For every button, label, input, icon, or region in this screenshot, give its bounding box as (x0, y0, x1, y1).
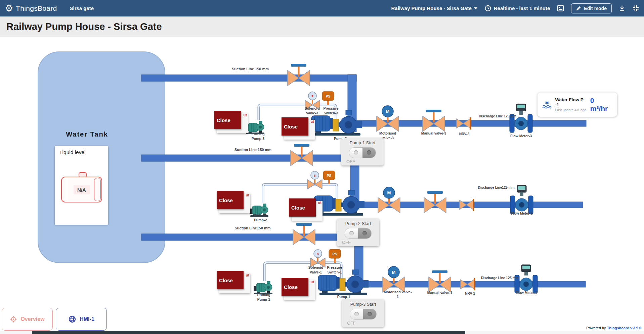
solenoid-icon: S (317, 252, 319, 256)
close-widget: ut Close (282, 117, 314, 139)
powered-brand[interactable]: Thingsboard v.3.9.0 (607, 326, 642, 330)
pump-1-start-switch[interactable] (349, 147, 376, 158)
label-solenoid-valve-1: Solenoid Valve-1 (305, 265, 327, 274)
label-discharge-line-1: Discharge Line 125 mm (477, 276, 522, 280)
page-title: Railway Pump House - Sirsa Gate (6, 21, 162, 32)
edit-mode-button[interactable]: Edit mode (571, 3, 612, 13)
motorised-valve-1: M (383, 266, 405, 292)
motorised-valve-3: M (377, 106, 399, 132)
globe-icon (68, 315, 76, 323)
brand-title: ThingsBoard (16, 4, 57, 12)
tab-overview-label: Overview (20, 316, 44, 322)
label-discharge-line-3: Discharge Line 125 mm (476, 114, 519, 118)
liquid-tank-drawing: N/A (61, 172, 102, 207)
dashboard-group-title: Sirsa gate (70, 5, 94, 11)
label-flow-meter-2: Flow Meter-2 (511, 211, 533, 216)
ps-icon: PS (332, 252, 337, 256)
timewindow-button[interactable]: Realtime - last 1 minute (484, 5, 550, 12)
water-flow-last-update: Last update 4M ago (555, 108, 587, 112)
pressure-switch-3: PS (322, 91, 334, 105)
manual-valve-2 (424, 191, 446, 213)
switch-off-side (345, 228, 358, 238)
toggle-state: OFF (346, 159, 381, 164)
water-flow-title: Water Flow P -1 (555, 97, 587, 107)
label-motorised-valve-1: Motorised valve-1 (383, 290, 413, 299)
close-button[interactable]: Close (289, 198, 316, 217)
timewindow-label: Realtime - last 1 minute (494, 5, 550, 11)
fullscreen-exit-button[interactable] (632, 5, 639, 12)
pump-3-start-switch[interactable] (350, 309, 377, 320)
label-pressure-switch-3: Pressure Switch-3 (321, 106, 341, 115)
label-solenoid-valve-3: Solenoid Valve-3 (301, 106, 323, 115)
nrv-2 (460, 199, 474, 211)
solenoid-valve-2: S (307, 171, 322, 189)
toggle-state: OFF (347, 321, 382, 326)
top-navbar: ⚙ ThingsBoard Sirsa gate Railway Pump Ho… (0, 0, 644, 16)
close-button[interactable]: Close (282, 278, 308, 296)
water-flow-icon (542, 100, 552, 109)
close-button[interactable]: Close (282, 117, 308, 136)
close-widget: ut Close (214, 111, 247, 133)
edit-mode-label: Edit mode (584, 6, 607, 11)
switch-on-side (363, 309, 376, 319)
motorised-valve-2: M (378, 187, 400, 213)
close-button[interactable]: Close (217, 191, 244, 209)
switch-on-side (362, 148, 376, 158)
close-button[interactable]: Close (214, 111, 241, 129)
label-priming-pump-1: Priming Pump-1 (253, 293, 275, 302)
horizontal-scrollbar-thumb[interactable] (32, 331, 465, 334)
tab-overview[interactable]: Overview (2, 308, 53, 331)
nrv-1 (461, 278, 475, 290)
fullscreen-exit-icon (632, 5, 639, 12)
nrv-3 (457, 117, 471, 129)
switch-on-side (358, 228, 371, 238)
label-manual-valve-3: Manual valve-3 (421, 131, 446, 136)
overflow-text: ut (246, 273, 249, 277)
motor-icon: M (386, 109, 390, 114)
manual-valve-1 (429, 270, 451, 292)
solenoid-valve-1: S (310, 250, 325, 267)
water-flow-value: 0 m³/hr (590, 97, 612, 113)
suction-valve-3 (288, 64, 310, 86)
label-flow-meter-1: Flow Meter-1 (515, 291, 538, 295)
manual-valve-3 (423, 110, 445, 132)
overflow-text: ut (246, 193, 249, 197)
overflow-text: ut (318, 200, 321, 205)
pump-3-start-widget: Pump-3 Start OFF (342, 299, 384, 327)
label-suction-line-2: Suction Line 150 mm (223, 147, 283, 152)
label-priming-pump-3: Priming Pump-3 (248, 132, 268, 141)
switch-off-side (350, 309, 363, 319)
pump-2-start-switch[interactable] (345, 228, 372, 239)
powered-prefix: Powered by (586, 326, 607, 330)
pump-2-start-widget: Pump-2 Start OFF (337, 219, 379, 246)
label-flow-meter-3: Flow Meter-3 (510, 134, 532, 139)
powered-by: Powered by Thingsboard v.3.9.0 (586, 326, 641, 330)
dashboard-selector-label: Railway Pump House - Sirsa Gate (391, 5, 472, 11)
label-manual-valve-1: Manual valve-1 (427, 291, 453, 295)
toggle-title: Pump-2 Start (340, 221, 377, 226)
download-icon (618, 5, 626, 12)
label-suction-line-1: Suction Line150 mm (222, 226, 283, 230)
close-button-label: Close (217, 117, 230, 123)
screenshot-button[interactable] (557, 4, 564, 12)
close-button[interactable]: Close (217, 271, 244, 289)
dashboard-selector[interactable]: Railway Pump House - Sirsa Gate (391, 5, 478, 11)
label-discharge-line-2: Discharge Line125 mm (474, 185, 518, 190)
download-button[interactable] (618, 5, 626, 12)
label-nrv-3: NRV-3 (454, 132, 474, 137)
tab-hmi-1[interactable]: HMI-1 (56, 308, 107, 331)
close-widget: ut Close (282, 278, 314, 299)
dashboard-page: ⚙ ThingsBoard Sirsa gate Railway Pump Ho… (0, 0, 644, 334)
toggle-title: Pump-1 Start (344, 140, 381, 145)
overflow-text: ut (311, 280, 314, 284)
liquid-level-title: Liquid level (59, 149, 86, 155)
close-button-label: Close (284, 284, 298, 290)
water-flow-widget: Water Flow P -1 Last update 4M ago 0 m³/… (538, 92, 617, 117)
label-suction-line-3: Suction Line 150 mm (220, 67, 281, 71)
close-button-label: Close (291, 205, 305, 211)
screenshot-icon (557, 4, 564, 12)
motor-icon: M (387, 190, 391, 195)
tank-divider (67, 178, 67, 201)
close-button-label: Close (219, 277, 233, 283)
toggle-title: Pump-3 Start (345, 302, 382, 307)
